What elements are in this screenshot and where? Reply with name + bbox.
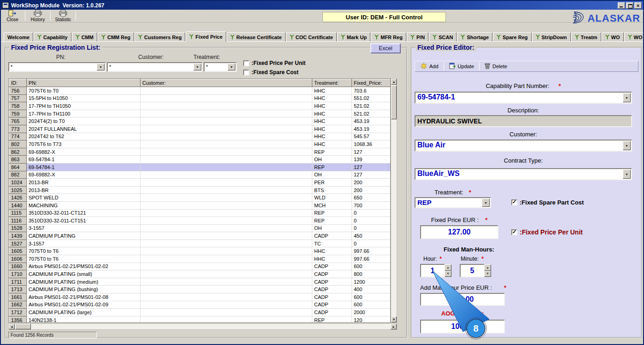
column-header-fixed-price[interactable]: Fixed_Price: (352, 79, 391, 87)
table-row[interactable]: 8027075T6 to T73HHC1068.36 (9, 140, 391, 148)
table-row[interactable]: 15273-1557TC0 (9, 240, 391, 247)
chevron-down-icon[interactable]: ▼ (623, 93, 631, 102)
treatment-combobox[interactable]: REP ▼ (415, 197, 491, 208)
excel-button[interactable]: Excel (370, 43, 401, 53)
tab-treatm[interactable]: Treatm (571, 32, 601, 42)
table-row[interactable]: 75917-7PH to TH1100HHC521.02 (9, 110, 391, 117)
delete-button[interactable]: Delete (481, 62, 511, 71)
tab-cmm-reg[interactable]: CMM Reg (98, 32, 134, 42)
tab-release-certificate[interactable]: Release Certificate (227, 32, 285, 42)
history-button[interactable]: History (26, 10, 49, 22)
table-row[interactable]: 1660Airbus PMS01-02-21/PMS01-02-02CADP60… (9, 263, 391, 270)
column-header-treatment[interactable]: Treatment: (312, 79, 352, 87)
tab-coc-certificate[interactable]: COC Certificate (286, 32, 337, 42)
vertical-scrollbar[interactable]: ▲ ▼ (391, 78, 397, 323)
scrollbar-thumb[interactable] (391, 85, 397, 119)
chevron-down-icon[interactable]: ▼ (193, 64, 201, 70)
table-row[interactable]: 1662Airbus PMS01-02-21/PMS01-02-09CADP60… (9, 301, 391, 309)
tab-mfr-reg[interactable]: MFR Reg (371, 32, 406, 42)
table-row[interactable]: 86269-69882-XREP127 (9, 148, 391, 156)
table-row[interactable]: 1713CADMIUM PLATING (bushing)CADP400 (9, 286, 391, 293)
column-header-id[interactable]: ID: (9, 79, 27, 87)
chevron-down-icon[interactable]: ▼ (623, 170, 631, 179)
tab-wo-completion[interactable]: WO Completion (624, 32, 644, 42)
customer-combobox[interactable]: Blue Air ▼ (415, 140, 632, 152)
fixed-price-per-unit-checkbox[interactable]: :Fixed Price Per Unit (511, 228, 583, 236)
minimize-button[interactable] (618, 2, 625, 9)
table-row[interactable]: 75817-7PH to TH1050HHC521.02 (9, 102, 391, 110)
aog-price-field[interactable]: 100.00 (420, 320, 505, 333)
add-button[interactable]: Add (417, 62, 442, 71)
spinner-buttons[interactable]: ▲▼ (484, 264, 491, 277)
minute-stepper[interactable]: 5 ▲▼ (460, 264, 485, 277)
table-row[interactable]: 7567075T6 to T0HHC703.6 (9, 87, 391, 95)
table-row[interactable]: 16067075T0 to T6HHC997.66 (9, 255, 391, 263)
table-row[interactable]: 1661Airbus PMS01-02-21/PMS01-02-08CADP60… (9, 293, 391, 301)
tab-stripdown[interactable]: StripDown (532, 32, 571, 42)
table-row[interactable]: 11163510D330-32-011-CT151REP0 (9, 217, 391, 225)
fixed-spare-cost-filter-checkbox[interactable]: :Fixed Spare Cost (243, 69, 299, 76)
tab-p-n[interactable]: P/N (407, 32, 428, 42)
pn-filter-combobox[interactable]: * ▼ (8, 62, 106, 72)
table-row[interactable]: 7732024T FULLANNEALHHC453.19 (9, 125, 391, 133)
table-row[interactable]: 11153510D330-32-011-CT121REP0 (9, 209, 391, 217)
table-row[interactable]: 1356140N2138-1REP120 (9, 316, 391, 323)
customer-filter-combobox[interactable]: * ▼ (107, 62, 203, 72)
table-row[interactable]: 7742024T42 to T62HHC545.57 (9, 133, 391, 140)
update-button[interactable]: Update (445, 62, 478, 71)
table-row[interactable]: 1439CADMIUM PLATINGCADP450 (9, 232, 391, 240)
tab-shortage[interactable]: Shortage (457, 32, 492, 42)
cell (141, 171, 312, 179)
table-row[interactable]: 86469-54784-1REP127 (9, 163, 391, 171)
tab-spare-reg[interactable]: Spare Reg (493, 32, 531, 42)
table-row[interactable]: 1710CADMIUM PLATING (small)CADP800 (9, 270, 391, 278)
chevron-down-icon[interactable]: ▼ (228, 64, 235, 70)
hour-stepper[interactable]: 1 ▲▼ (420, 264, 445, 277)
table-row[interactable]: 1426SPOT WELDWLD650 (9, 194, 391, 202)
column-header-pn[interactable]: PN: (27, 79, 141, 87)
close-button[interactable]: Close (1, 10, 24, 22)
cell: 450 (352, 232, 391, 240)
scroll-left-icon[interactable]: ◄ (9, 324, 15, 329)
tab-cmm[interactable]: CMM (72, 32, 97, 42)
tab-mark-up[interactable]: Mark Up (337, 32, 370, 42)
table-row[interactable]: 15283-1557OH0 (9, 224, 391, 232)
scroll-down-icon[interactable]: ▼ (391, 316, 397, 322)
close-window-button[interactable]: × (634, 2, 642, 9)
spinner-buttons[interactable]: ▲▼ (445, 264, 451, 277)
tab-scan[interactable]: SCAN (429, 32, 457, 42)
horizontal-scrollbar[interactable]: ◄ ► (8, 323, 397, 330)
scroll-up-icon[interactable]: ▲ (391, 79, 397, 85)
chevron-down-icon[interactable]: ▼ (623, 141, 631, 150)
chevron-down-icon[interactable]: ▼ (482, 199, 490, 207)
column-header-customer[interactable]: Customer: (141, 79, 312, 87)
scroll-right-icon[interactable]: ► (391, 324, 397, 329)
fixed-price-per-unit-filter-checkbox[interactable]: :Fixed Price Per Unit (243, 60, 305, 66)
tab-pin-icon (575, 35, 579, 40)
add-man-hour-price-field[interactable]: 100.00 (420, 293, 505, 306)
tab-fixed-price[interactable]: Fixed Price (186, 31, 226, 42)
tab-wo[interactable]: WO (602, 32, 624, 42)
tab-capability[interactable]: Capability (34, 32, 71, 42)
treatment-filter-combobox[interactable]: * ▼ (204, 62, 237, 72)
fixed-spare-part-cost-checkbox[interactable]: :Fixed Spare Part Cost (511, 199, 584, 206)
table-row[interactable]: 7652024T4(2) to T0HHC453.19 (9, 117, 391, 125)
table-row[interactable]: 86369-54784-1OH139 (9, 156, 391, 164)
table-row[interactable]: 10242013-BRPER200 (9, 179, 391, 187)
table-row[interactable]: 88269-69882-XOH127 (9, 171, 391, 179)
tab-welcome[interactable]: Welcome (4, 32, 33, 42)
statistic-button[interactable]: Statistic (52, 10, 75, 22)
fixed-price-eur-field[interactable]: 127.00 (420, 225, 498, 239)
table-row[interactable]: 1711CADMIUM PLATING (medium)CADP1200 (9, 278, 391, 286)
scrollbar-thumb[interactable] (15, 324, 31, 329)
tab-customers-reg[interactable]: Customers Reg (135, 32, 185, 42)
table-row[interactable]: 1712CADMIUM PLATING (large)CADP2000 (9, 309, 391, 316)
capability-part-number-combobox[interactable]: 69-54784-1 ▼ (415, 92, 632, 104)
restore-button[interactable] (626, 2, 633, 9)
table-row[interactable]: 1440MACHININGMCH700 (9, 201, 391, 209)
table-row[interactable]: 10252013-BRBTS200 (9, 186, 391, 194)
contract-type-combobox[interactable]: BlueAir_WS ▼ (415, 168, 632, 180)
table-row[interactable]: 16057075T0 to T6HHC997.66 (9, 247, 391, 255)
table-row[interactable]: 75715-5PH to H1050HHC551.02 (9, 94, 391, 102)
chevron-down-icon[interactable]: ▼ (97, 64, 105, 70)
